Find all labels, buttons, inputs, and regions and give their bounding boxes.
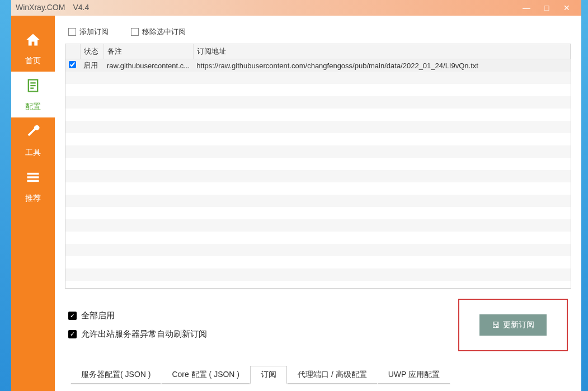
sidebar-item-recommend[interactable]: 推荐: [11, 163, 55, 209]
sidebar-item-label: 工具: [25, 148, 41, 158]
row-remark: raw.githubusercontent.c...: [104, 59, 193, 72]
col-url[interactable]: 订阅地址: [193, 44, 570, 59]
sidebar: 首页 配置 工具 推荐: [11, 16, 55, 391]
row-checkbox-cell[interactable]: [65, 59, 80, 72]
save-icon: 🖫: [492, 321, 500, 329]
remove-label: 移除选中订阅: [142, 27, 186, 37]
tab-subscription[interactable]: 订阅: [250, 366, 287, 384]
row-checkbox[interactable]: [69, 61, 76, 68]
tab-core-config[interactable]: Core 配置 ( JSON ): [161, 366, 250, 384]
home-icon: [25, 32, 41, 51]
app-window: WinXray.COM V4.4 — □ ✕ 首页 配置 工具: [11, 0, 581, 391]
add-icon: [68, 28, 76, 36]
tabs: 服务器配置( JSON ) Core 配置 ( JSON ) 订阅 代理端口 /…: [65, 366, 571, 385]
body-area: 首页 配置 工具 推荐: [11, 16, 581, 391]
bottom-row: ✓ 全部启用 ✓ 允许出站服务器异常自动刷新订阅 🖫 更新订阅: [65, 299, 571, 351]
row-status: 启用: [80, 59, 104, 72]
remove-icon: [131, 28, 139, 36]
table-header-row: 状态 备注 订阅地址: [65, 44, 571, 59]
tab-proxy-advanced[interactable]: 代理端口 / 高级配置: [287, 366, 378, 384]
update-subscription-button[interactable]: 🖫 更新订阅: [479, 314, 547, 336]
add-subscription-button[interactable]: 添加订阅: [68, 27, 109, 37]
tab-uwp[interactable]: UWP 应用配置: [378, 366, 450, 384]
highlight-box: 🖫 更新订阅: [458, 299, 568, 351]
col-status[interactable]: 状态: [80, 44, 104, 59]
svg-rect-5: [27, 176, 39, 178]
sidebar-item-label: 首页: [25, 56, 41, 66]
enable-all-label: 全部启用: [81, 310, 115, 321]
sidebar-item-label: 推荐: [25, 194, 41, 204]
checkbox-icon: ✓: [68, 312, 77, 320]
col-remark[interactable]: 备注: [104, 44, 193, 59]
sidebar-item-tools[interactable]: 工具: [11, 117, 55, 163]
sidebar-item-home[interactable]: 首页: [11, 26, 55, 72]
enable-all-checkbox[interactable]: ✓ 全部启用: [68, 310, 207, 321]
list-icon: [25, 169, 41, 189]
maximize-button[interactable]: □: [537, 2, 557, 13]
subscription-table: 状态 备注 订阅地址 启用 raw.githubusercontent.c...…: [65, 44, 571, 289]
auto-refresh-label: 允许出站服务器异常自动刷新订阅: [81, 329, 207, 340]
update-label: 更新订阅: [503, 320, 534, 330]
auto-refresh-checkbox[interactable]: ✓ 允许出站服务器异常自动刷新订阅: [68, 329, 207, 340]
table-body: 启用 raw.githubusercontent.c... https://ra…: [65, 59, 571, 281]
remove-subscription-button[interactable]: 移除选中订阅: [131, 27, 186, 37]
wrench-icon: [25, 124, 41, 143]
svg-rect-4: [27, 172, 39, 175]
tab-server-config[interactable]: 服务器配置( JSON ): [70, 366, 161, 384]
table-row[interactable]: 启用 raw.githubusercontent.c... https://ra…: [65, 59, 571, 72]
sidebar-item-config[interactable]: 配置: [11, 72, 55, 117]
window-title: WinXray.COM V4.4: [16, 3, 516, 13]
main-panel: 添加订阅 移除选中订阅 状态 备注 订阅地址: [55, 16, 581, 391]
svg-rect-6: [27, 180, 39, 182]
toolbar: 添加订阅 移除选中订阅: [65, 27, 571, 44]
row-url: https://raw.githubusercontent.com/changf…: [193, 59, 570, 72]
checkbox-icon: ✓: [68, 330, 77, 338]
col-checkbox[interactable]: [65, 44, 80, 59]
titlebar[interactable]: WinXray.COM V4.4 — □ ✕: [11, 0, 581, 16]
sidebar-item-label: 配置: [25, 102, 41, 112]
add-label: 添加订阅: [79, 27, 109, 37]
document-icon: [25, 78, 41, 97]
close-button[interactable]: ✕: [557, 2, 577, 13]
checkbox-group: ✓ 全部启用 ✓ 允许出站服务器异常自动刷新订阅: [68, 310, 207, 340]
minimize-button[interactable]: —: [516, 2, 537, 13]
